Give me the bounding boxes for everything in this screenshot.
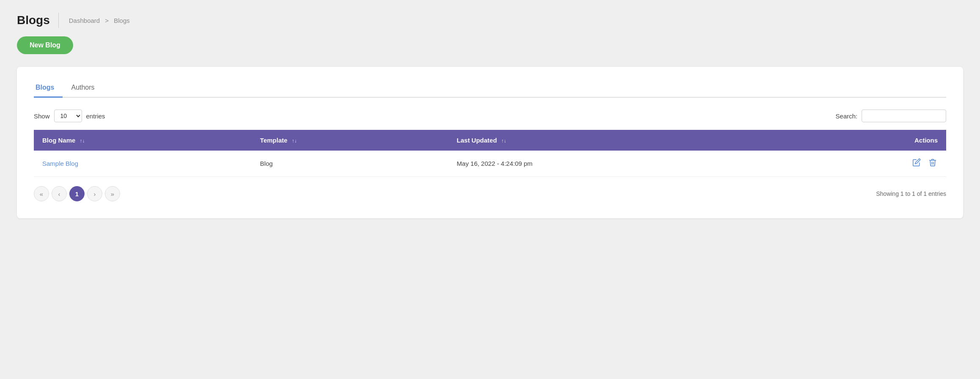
table-footer: « ‹ 1 › » Showing 1 to 1 of 1 entries — [34, 186, 946, 201]
pagination: « ‹ 1 › » — [34, 186, 120, 201]
breadcrumb-blogs: Blogs — [114, 17, 130, 24]
col-last-updated[interactable]: Last Updated ↑↓ — [448, 130, 788, 151]
breadcrumb: Dashboard > Blogs — [67, 17, 131, 24]
showing-text: Showing 1 to 1 of 1 entries — [876, 190, 946, 197]
new-blog-button[interactable]: New Blog — [17, 36, 73, 54]
main-card: Blogs Authors Show 10 25 50 100 entries … — [17, 67, 963, 218]
table-row: Sample Blog Blog May 16, 2022 - 4:24:09 … — [34, 151, 946, 177]
breadcrumb-separator: > — [105, 17, 109, 24]
tab-blogs[interactable]: Blogs — [34, 80, 63, 98]
search-input[interactable] — [862, 110, 946, 122]
page-title: Blogs — [17, 14, 50, 27]
show-entries-control: Show 10 25 50 100 entries — [34, 110, 105, 122]
sort-icon-last-updated: ↑↓ — [501, 138, 506, 144]
breadcrumb-dashboard: Dashboard — [69, 17, 100, 24]
breadcrumb-divider — [58, 13, 59, 28]
delete-button[interactable] — [928, 157, 938, 170]
first-page-button[interactable]: « — [34, 186, 49, 201]
tab-authors[interactable]: Authors — [63, 80, 103, 98]
sort-icon-template: ↑↓ — [292, 138, 297, 144]
table-controls: Show 10 25 50 100 entries Search: — [34, 110, 946, 122]
entries-select[interactable]: 10 25 50 100 — [54, 110, 82, 122]
sort-icon-blog-name: ↑↓ — [80, 138, 85, 144]
current-page-button[interactable]: 1 — [69, 186, 85, 201]
tab-bar: Blogs Authors — [34, 80, 946, 98]
blog-name-link[interactable]: Sample Blog — [42, 160, 78, 167]
col-blog-name[interactable]: Blog Name ↑↓ — [34, 130, 252, 151]
edit-button[interactable] — [912, 157, 922, 170]
col-actions: Actions — [788, 130, 946, 151]
table-header-row: Blog Name ↑↓ Template ↑↓ Last Updated ↑↓… — [34, 130, 946, 151]
cell-actions — [788, 151, 946, 177]
blogs-table: Blog Name ↑↓ Template ↑↓ Last Updated ↑↓… — [34, 130, 946, 177]
entries-label: entries — [86, 113, 105, 120]
last-page-button[interactable]: » — [105, 186, 120, 201]
prev-page-button[interactable]: ‹ — [52, 186, 67, 201]
show-label: Show — [34, 113, 50, 120]
col-template[interactable]: Template ↑↓ — [252, 130, 448, 151]
search-box: Search: — [835, 110, 946, 122]
cell-last-updated: May 16, 2022 - 4:24:09 pm — [448, 151, 788, 177]
cell-template: Blog — [252, 151, 448, 177]
search-label: Search: — [835, 113, 857, 120]
cell-blog-name: Sample Blog — [34, 151, 252, 177]
next-page-button[interactable]: › — [87, 186, 102, 201]
